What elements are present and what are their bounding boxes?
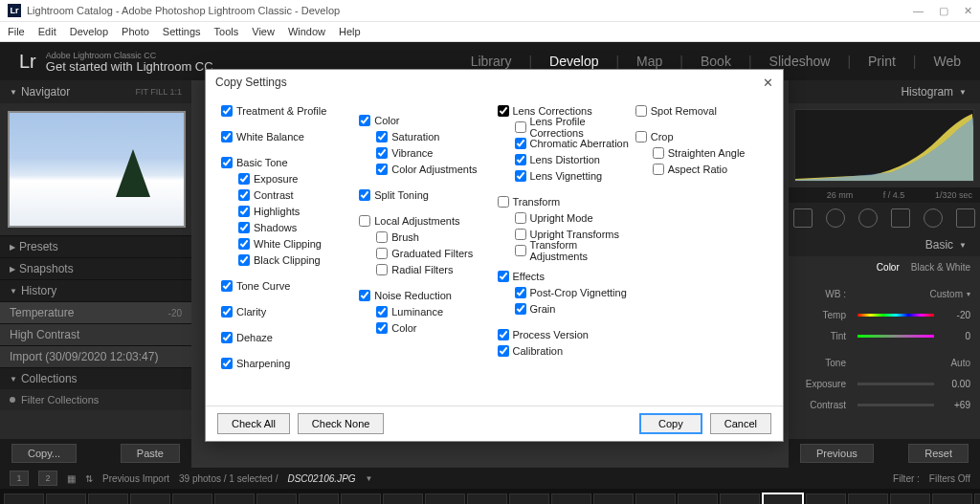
checkbox-input[interactable] — [515, 138, 526, 149]
checkbox-input[interactable] — [221, 131, 233, 142]
checkbox-input[interactable] — [635, 105, 647, 117]
checkbox-input[interactable] — [221, 105, 233, 117]
module-web[interactable]: Web — [933, 54, 961, 69]
filmstrip-thumb[interactable] — [932, 493, 972, 504]
checkbox-luminance[interactable]: Luminance — [376, 305, 491, 318]
dropdown-icon[interactable]: ▼ — [366, 474, 373, 483]
menu-window[interactable]: Window — [288, 26, 325, 37]
history-section[interactable]: ▼History — [0, 279, 191, 301]
header-title[interactable]: Get started with Lightroom CC — [46, 61, 213, 72]
filter-collections[interactable]: Filter Collections — [0, 389, 191, 410]
checkbox-lens-distortion[interactable]: Lens Distortion — [515, 153, 630, 166]
sort-icon[interactable]: ⇅ — [85, 473, 93, 484]
checkbox-input[interactable] — [515, 287, 526, 298]
checkbox-vibrance[interactable]: Vibrance — [376, 146, 491, 160]
filmstrip-thumb[interactable] — [88, 493, 128, 504]
checkbox-input[interactable] — [498, 329, 509, 340]
brush-tool-icon[interactable] — [956, 208, 975, 228]
checkbox-input[interactable] — [238, 206, 250, 217]
checkbox-input[interactable] — [238, 189, 250, 201]
gradient-tool-icon[interactable] — [891, 208, 910, 228]
checkbox-straighten-angle[interactable]: Straighten Angle — [653, 146, 768, 160]
checkbox-input[interactable] — [221, 280, 233, 292]
checkbox-input[interactable] — [498, 271, 509, 282]
module-library[interactable]: Library — [471, 54, 512, 69]
crop-tool-icon[interactable] — [793, 208, 813, 228]
temp-slider-row[interactable]: Temp-20 — [789, 304, 980, 325]
checkbox-grain[interactable]: Grain — [515, 302, 630, 316]
prev-import-label[interactable]: Previous Import — [102, 473, 169, 484]
checkbox-lens-vignetting[interactable]: Lens Vignetting — [515, 169, 630, 183]
checkbox-crop[interactable]: Crop — [635, 130, 768, 143]
checkbox-input[interactable] — [376, 248, 388, 259]
module-print[interactable]: Print — [868, 54, 896, 69]
checkbox-input[interactable] — [653, 147, 664, 159]
filmstrip-thumb[interactable] — [762, 493, 804, 504]
maximize-button[interactable]: ▢ — [939, 5, 948, 17]
menu-photo[interactable]: Photo — [122, 26, 149, 37]
filmstrip-thumb[interactable] — [593, 493, 634, 504]
checkbox-post-crop-vignetting[interactable]: Post-Crop Vignetting — [515, 286, 630, 299]
menu-help[interactable]: Help — [339, 26, 361, 37]
filmstrip-thumb[interactable] — [848, 493, 888, 504]
checkbox-input[interactable] — [238, 173, 250, 185]
checkbox-input[interactable] — [359, 115, 370, 126]
filmstrip-thumb[interactable] — [720, 493, 760, 504]
spot-tool-icon[interactable] — [826, 208, 845, 228]
menu-develop[interactable]: Develop — [70, 26, 108, 37]
checkbox-chromatic-aberration[interactable]: Chromatic Aberration — [515, 137, 630, 150]
checkbox-spot-removal[interactable]: Spot Removal — [635, 104, 768, 118]
checkbox-input[interactable] — [221, 332, 233, 343]
checkbox-input[interactable] — [515, 121, 526, 133]
checkbox-input[interactable] — [515, 303, 526, 315]
menu-file[interactable]: File — [8, 26, 25, 37]
checkbox-transform-adjustments[interactable]: Transform Adjustments — [515, 244, 630, 257]
checkbox-shadows[interactable]: Shadows — [238, 221, 353, 234]
cancel-button[interactable]: Cancel — [710, 413, 771, 434]
checkbox-highlights[interactable]: Highlights — [238, 205, 353, 218]
dropdown-icon[interactable]: ▾ — [967, 290, 970, 298]
checkbox-input[interactable] — [515, 154, 526, 165]
filmstrip-thumb[interactable] — [467, 493, 507, 504]
close-icon[interactable]: ✕ — [763, 76, 773, 90]
reset-button[interactable]: Reset — [908, 444, 969, 463]
menu-edit[interactable]: Edit — [38, 26, 56, 37]
checkbox-sharpening[interactable]: Sharpening — [221, 357, 353, 370]
module-book[interactable]: Book — [701, 54, 731, 69]
snapshots-section[interactable]: ▶Snapshots — [0, 257, 191, 279]
checkbox-aspect-ratio[interactable]: Aspect Ratio — [653, 163, 768, 176]
checkbox-lens-profile-corrections[interactable]: Lens Profile Corrections — [515, 121, 630, 134]
presets-section[interactable]: ▶Presets — [0, 235, 191, 257]
filmstrip-thumb[interactable] — [974, 493, 980, 504]
filmstrip-thumb[interactable] — [341, 493, 381, 504]
checkbox-brush[interactable]: Brush — [376, 230, 491, 244]
menu-tools[interactable]: Tools — [214, 26, 239, 37]
checkbox-basic-tone[interactable]: Basic Tone — [221, 156, 353, 169]
filmstrip-thumb[interactable] — [172, 493, 212, 504]
checkbox-process-version[interactable]: Process Version — [498, 328, 630, 341]
checkbox-input[interactable] — [515, 229, 526, 240]
checkbox-input[interactable] — [359, 215, 370, 227]
checkbox-saturation[interactable]: Saturation — [376, 130, 491, 143]
checkbox-white-balance[interactable]: White Balance — [221, 130, 353, 143]
filmstrip-thumb[interactable] — [806, 493, 846, 504]
checkbox-input[interactable] — [376, 231, 388, 243]
exposure-slider-row[interactable]: Exposure0.00 — [789, 373, 980, 394]
checkbox-color-adjustments[interactable]: Color Adjustments — [376, 163, 491, 176]
checkbox-color[interactable]: Color — [376, 321, 491, 335]
checkbox-input[interactable] — [515, 212, 526, 224]
copy-button[interactable]: Copy... — [11, 444, 77, 463]
menu-settings[interactable]: Settings — [163, 26, 201, 37]
checkbox-treatment-profile[interactable]: Treatment & Profile — [221, 104, 353, 118]
filters-off[interactable]: Filters Off — [929, 473, 970, 484]
module-slideshow[interactable]: Slideshow — [769, 54, 831, 69]
checkbox-tone-curve[interactable]: Tone Curve — [221, 279, 353, 293]
module-develop[interactable]: Develop — [549, 54, 598, 69]
checkbox-clarity[interactable]: Clarity — [221, 305, 353, 318]
checkbox-input[interactable] — [221, 157, 233, 168]
collections-section[interactable]: ▼Collections — [0, 367, 191, 389]
grid-icon[interactable]: ▦ — [67, 473, 76, 484]
filmstrip-thumb[interactable] — [635, 493, 676, 504]
checkbox-input[interactable] — [359, 290, 370, 301]
checkbox-white-clipping[interactable]: White Clipping — [238, 237, 353, 251]
